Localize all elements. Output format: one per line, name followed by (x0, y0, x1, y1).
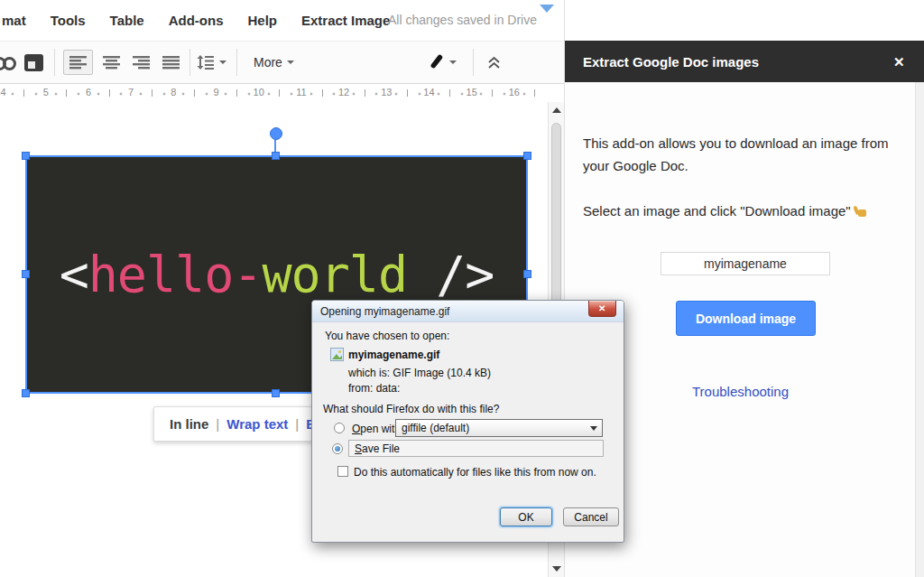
menu-item[interactable]: Extract Image (301, 13, 390, 28)
dialog-close-button[interactable] (588, 301, 616, 317)
justify-icon (162, 56, 180, 70)
insert-image-button[interactable] (24, 50, 43, 75)
sidebar-top-spacer (565, 0, 924, 41)
open-with-select[interactable]: giffile (default) (395, 419, 603, 437)
menu-item[interactable]: Help (247, 13, 277, 28)
double-chevron-up-icon (487, 56, 501, 70)
scroll-down-arrow-icon[interactable] (552, 565, 560, 572)
dialog-filename: myimagename.gif (348, 349, 439, 361)
menu-item[interactable]: Add-ons (169, 13, 224, 28)
ok-button[interactable]: OK (500, 507, 552, 526)
link-icon (0, 57, 14, 68)
ruler-number: 7 (110, 84, 152, 102)
toolbar-separator (189, 49, 190, 76)
image-name-input[interactable] (661, 252, 830, 275)
menu-item[interactable]: Tools (51, 13, 86, 28)
do-automatically-label: Do this automatically for files like thi… (354, 466, 596, 479)
sidebar-instruction: Select an image and click "Download imag… (583, 200, 915, 222)
insert-link-button[interactable] (0, 50, 14, 75)
app-window: matToolsTableAdd-onsHelpExtract Image Al… (0, 0, 924, 577)
edit-mode-button[interactable] (427, 50, 457, 75)
more-label: More (254, 55, 282, 70)
image-icon (24, 54, 43, 71)
dialog-titlebar[interactable]: Opening myimagename.gif (312, 301, 624, 322)
chevron-down-icon (590, 426, 597, 431)
cancel-label: Cancel (574, 511, 607, 524)
ruler-number: 5 (24, 84, 67, 102)
open-with-label: Open with (352, 423, 401, 435)
ruler-number: 14 (408, 84, 450, 102)
open-with-radio[interactable] (334, 423, 345, 433)
resize-handle-bottom[interactable] (272, 389, 280, 397)
code-segment: hello- (88, 246, 263, 303)
ruler-number: 8 (152, 84, 195, 102)
dialog-filetype: which is: GIF Image (10.4 kB) (348, 367, 491, 379)
sidebar-scrollbar[interactable] (915, 82, 924, 577)
dialog-source: from: data: (348, 382, 400, 395)
resize-handle-top-left[interactable] (22, 152, 30, 160)
sidebar-instruction-text: Select an image and click "Download imag… (583, 203, 851, 219)
thumbs-up-icon (855, 206, 866, 218)
chevron-down-icon (219, 60, 226, 64)
align-left-button[interactable] (63, 50, 93, 75)
menu-item[interactable]: Table (110, 13, 144, 28)
pencil-icon (427, 53, 445, 71)
close-icon (598, 303, 606, 313)
wrap-option-inline[interactable]: In line (170, 416, 208, 432)
ruler: 45678910111213141516 (0, 84, 548, 103)
menu-item[interactable]: mat (2, 13, 26, 28)
align-right-icon (133, 56, 150, 70)
cancel-button[interactable]: Cancel (563, 507, 619, 526)
sidebar-description: This add-on allows you to download an im… (583, 132, 915, 177)
ruler-number: 15 (450, 84, 493, 102)
save-file-radio[interactable] (332, 443, 343, 454)
resize-handle-top[interactable] (272, 152, 280, 160)
wrap-option-wrap-text[interactable]: Wrap text (226, 416, 288, 432)
code-text: <hello-world /> (60, 246, 494, 303)
align-left-icon (69, 56, 87, 70)
ruler-number: 11 (280, 84, 322, 102)
close-icon[interactable] (893, 54, 906, 69)
ruler-number: 9 (195, 84, 237, 102)
wrap-separator: | (216, 416, 219, 432)
save-file-focus-box[interactable]: Save File (348, 440, 604, 457)
line-spacing-button[interactable] (197, 50, 226, 75)
scroll-up-arrow-icon[interactable] (552, 107, 560, 114)
toolbar-separator (54, 49, 55, 76)
more-button[interactable]: More (254, 50, 294, 75)
code-segment: < (60, 246, 88, 303)
ruler-number: 10 (237, 84, 280, 102)
save-status: All changes saved in Drive (388, 13, 537, 27)
toolbar-separator (236, 49, 237, 76)
code-segment: world (262, 246, 407, 303)
wrap-separator: | (295, 416, 299, 432)
dialog-intro: You have chosen to open: (325, 330, 449, 342)
align-center-button[interactable] (97, 50, 126, 75)
resize-handle-left[interactable] (22, 270, 30, 278)
download-image-button[interactable]: Download image (676, 301, 816, 336)
chevron-down-icon (449, 60, 457, 64)
open-with-value: giffile (default) (402, 422, 469, 434)
dialog-title: Opening myimagename.gif (320, 305, 449, 318)
indent-marker[interactable] (540, 5, 554, 13)
save-file-label: Save File (355, 442, 400, 455)
resize-handle-top-right[interactable] (523, 152, 531, 160)
align-right-button[interactable] (126, 50, 156, 75)
code-segment: /> (407, 246, 494, 303)
dialog-question: What should Firefox do with this file? (323, 403, 499, 415)
ok-label: OK (518, 511, 533, 524)
align-center-icon (103, 56, 120, 70)
toolbar: More (0, 41, 564, 84)
firefox-download-dialog: Opening myimagename.gif You have chosen … (311, 300, 624, 543)
ruler-number: 4 (0, 84, 24, 102)
do-automatically-checkbox[interactable] (337, 466, 348, 477)
chevron-down-icon (287, 60, 294, 64)
resize-handle-right[interactable] (523, 270, 531, 278)
justify-button[interactable] (156, 50, 186, 75)
ruler-number: 6 (67, 84, 109, 102)
collapse-toolbar-button[interactable] (487, 50, 501, 75)
resize-handle-bottom-left[interactable] (22, 389, 30, 397)
ruler-number: 16 (493, 84, 535, 102)
rotation-handle[interactable] (270, 127, 282, 140)
toolbar-separator (473, 49, 474, 76)
